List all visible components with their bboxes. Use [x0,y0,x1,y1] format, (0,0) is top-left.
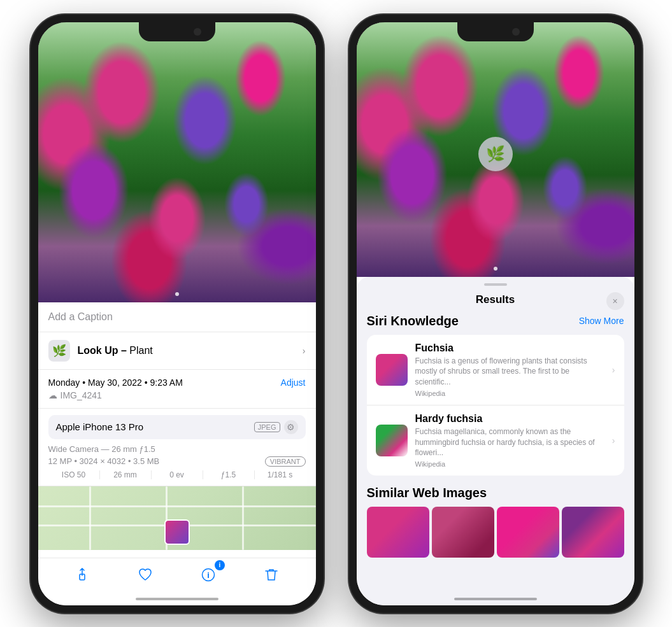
favorite-button[interactable] [131,563,159,591]
gear-icon: ⚙ [284,420,298,434]
delete-button[interactable] [257,563,285,591]
visual-lookup-button[interactable]: 🌿 [478,137,513,171]
fuchsia-info: Fuchsia Fuchsia is a genus of flowering … [415,342,604,397]
web-image-2[interactable] [432,507,494,558]
results-header: Results × [357,286,634,311]
notch-left [139,22,215,41]
map-road-v [89,486,91,550]
flower-background [38,22,316,302]
info-button[interactable]: i i [194,563,222,591]
notch-right [457,22,534,41]
share-button[interactable] [68,563,96,591]
show-more-button[interactable]: Show More [579,316,624,326]
hardy-name: Hardy fuchsia [415,413,604,425]
camera-specs-row: 12 MP • 3024 × 4032 • 3.5 MB VIBRANT [48,456,306,467]
web-images-row [367,507,624,558]
shutter-value: 1/181 s [255,470,306,479]
camera-mp: 12 MP • 3024 × 4032 • 3.5 MB [48,456,160,466]
lookup-row[interactable]: 🌿 Look Up – Plant › [38,332,316,370]
fuchsia-thumbnail [376,354,408,386]
fuchsia-name: Fuchsia [415,342,604,354]
hardy-info: Hardy fuchsia Fuchsia magellanica, commo… [415,413,604,468]
iso-value: ISO 50 [48,470,99,479]
results-panel: Results × Siri Knowledge Show More [357,277,634,605]
photo-date: Monday • May 30, 2022 • 9:23 AM [48,377,183,388]
web-image-3[interactable] [497,507,559,558]
knowledge-item-fuchsia[interactable]: Fuchsia Fuchsia is a genus of flowering … [367,335,624,405]
cloud-icon: ☁ [48,390,57,400]
hardy-thumbnail [376,425,408,456]
lookup-chevron-icon: › [303,346,306,356]
svg-text:i: i [207,570,210,580]
camera-tech-row: ISO 50 26 mm 0 ev ƒ1.5 1/181 s [48,470,306,479]
knowledge-item-hardy[interactable]: Hardy fuchsia Fuchsia magellanica, commo… [367,405,624,476]
visual-lookup-leaf-icon: 🌿 [486,145,505,163]
web-images-section: Similar Web Images [367,486,624,558]
home-indicator-left [136,598,218,600]
trash-icon [265,568,278,586]
filename-text: IMG_4241 [61,390,102,400]
web-image-4[interactable] [562,507,624,558]
lookup-icon: 🌿 [48,340,70,362]
app-container: Add a Caption 🌿 Look Up – Plant › [0,0,672,627]
hardy-source: Wikipedia [415,460,604,468]
info-badge: i [215,560,225,570]
adjust-button[interactable]: Adjust [281,377,306,388]
camera-section: Apple iPhone 13 Pro JPEG ⚙ Wide Camera —… [38,409,316,486]
photo-display[interactable] [38,22,316,302]
filename-row: ☁ IMG_4241 [48,390,306,400]
leaf-icon: 🌿 [52,344,66,358]
fuchsia-chevron-icon: › [612,365,615,375]
map-photo-thumbnail [164,519,190,545]
phone-left: Add a Caption 🌿 Look Up – Plant › [31,15,324,613]
map-road-v3 [242,486,244,550]
siri-knowledge-title: Siri Knowledge [367,314,459,328]
phone1-content: Add a Caption 🌿 Look Up – Plant › [38,22,316,605]
camera-badges: JPEG ⚙ [254,420,298,434]
phone-right: 🌿 Results × [349,15,642,613]
share-icon [75,568,89,586]
results-title: Results [476,293,515,306]
date-row: Monday • May 30, 2022 • 9:23 AM Adjust [48,377,306,388]
heart-icon [138,568,152,585]
results-body[interactable]: Siri Knowledge Show More Fuchsia Fuchsia… [357,311,634,605]
hardy-chevron-icon: › [612,435,615,446]
map-road [38,505,316,507]
jpeg-badge: JPEG [254,422,280,432]
caption-placeholder[interactable]: Add a Caption [48,311,113,322]
aperture-value: ƒ1.5 [203,470,254,479]
camera-name: Apple iPhone 13 Pro [56,421,144,432]
camera-header: Apple iPhone 13 Pro JPEG ⚙ [48,415,306,439]
ev-value: 0 ev [152,470,203,479]
phone-right-screen: 🌿 Results × [357,22,634,605]
phone2-content: 🌿 Results × [357,22,634,605]
meta-section: Monday • May 30, 2022 • 9:23 AM Adjust ☁… [38,370,316,409]
photo-pagination-dot [175,292,179,296]
vibrant-badge: VIBRANT [265,456,306,467]
caption-area[interactable]: Add a Caption [38,302,316,332]
fuchsia-desc: Fuchsia is a genus of flowering plants t… [415,356,604,388]
info-icon: i [201,568,215,586]
photo-display-right: 🌿 [357,22,634,277]
close-icon: × [612,296,617,306]
lookup-label: Look Up – Plant [78,345,153,356]
home-indicator-right [454,598,537,600]
siri-knowledge-header: Siri Knowledge Show More [367,314,624,328]
hardy-desc: Fuchsia magellanica, commonly known as t… [415,426,604,458]
photo-dot-right [494,267,497,271]
mm-value: 26 mm [100,470,151,479]
map-area[interactable] [38,486,316,550]
camera-mode: Wide Camera — 26 mm ƒ1.5 [48,444,306,454]
close-button[interactable]: × [606,292,624,310]
knowledge-card: Fuchsia Fuchsia is a genus of flowering … [367,335,624,476]
web-image-1[interactable] [367,507,429,558]
web-images-title: Similar Web Images [367,486,624,500]
phone-left-screen: Add a Caption 🌿 Look Up – Plant › [38,22,316,605]
fuchsia-source: Wikipedia [415,390,604,397]
